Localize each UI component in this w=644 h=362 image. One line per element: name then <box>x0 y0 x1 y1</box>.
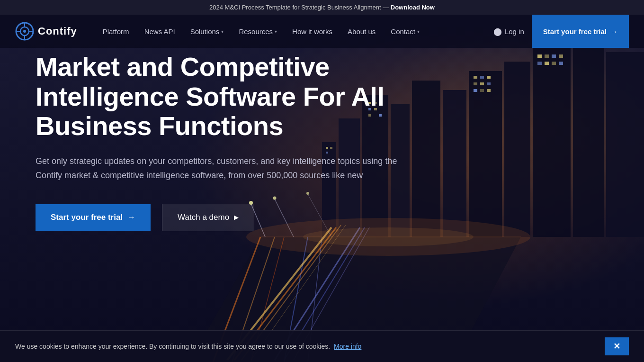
hero-title: Market and Competitive Intelligence Soft… <box>36 52 410 141</box>
start-trial-label: Start your free trial <box>51 213 123 222</box>
cookie-close-button[interactable]: ✕ <box>605 337 629 355</box>
hero-buttons: Start your free trial → Watch a demo ▶ <box>36 204 608 231</box>
hero-content: Market and Competitive Intelligence Soft… <box>0 52 644 231</box>
announcement-bar: 2024 M&CI Process Template for Strategic… <box>0 0 644 15</box>
nav-item-aboutus[interactable]: About us <box>341 24 382 39</box>
nav-item-aboutus-label: About us <box>348 27 376 36</box>
nav-item-newsapi-label: News API <box>144 27 175 36</box>
start-trial-button[interactable]: Start your free trial → <box>36 204 151 231</box>
navbar: Contify Platform News API Solutions ▾ Re… <box>0 15 644 48</box>
logo-link[interactable]: Contify <box>15 22 77 41</box>
login-icon: ⬤ <box>493 27 502 36</box>
cookie-close-icon: ✕ <box>613 341 620 352</box>
hero-subtitle: Get only strategic updates on your compe… <box>36 154 400 182</box>
logo-text: Contify <box>38 25 77 37</box>
nav-item-resources-label: Resources <box>239 27 273 36</box>
nav-right: ⬤ Log in Start your free trial → <box>493 15 629 48</box>
cookie-text: We use cookies to enhance your experienc… <box>15 343 593 350</box>
nav-cta-label: Start your free trial <box>543 27 607 36</box>
nav-item-howitworks-label: How it works <box>292 27 332 36</box>
nav-cta-arrow-icon: → <box>610 27 617 36</box>
nav-item-contact[interactable]: Contact ▾ <box>384 24 426 39</box>
announcement-text: 2024 M&CI Process Template for Strategic… <box>209 4 435 11</box>
watch-demo-label: Watch a demo <box>178 213 229 222</box>
watch-demo-button[interactable]: Watch a demo ▶ <box>162 204 254 231</box>
login-button[interactable]: ⬤ Log in <box>493 27 524 36</box>
nav-cta-button[interactable]: Start your free trial → <box>532 15 629 48</box>
cookie-banner: We use cookies to enhance your experienc… <box>0 330 644 362</box>
cookie-more-info-link[interactable]: More info <box>334 343 361 350</box>
announcement-prefix: 2024 M&CI Process Template for Strategic… <box>209 4 391 11</box>
start-trial-arrow-icon: → <box>127 213 135 222</box>
nav-item-contact-label: Contact <box>391 27 415 36</box>
nav-item-howitworks[interactable]: How it works <box>286 24 339 39</box>
cookie-message: We use cookies to enhance your experienc… <box>15 343 330 350</box>
logo-icon <box>15 22 34 41</box>
nav-item-solutions-label: Solutions <box>190 27 220 36</box>
nav-item-resources[interactable]: Resources ▾ <box>232 24 284 39</box>
svg-point-64 <box>23 30 26 33</box>
nav-item-newsapi[interactable]: News API <box>138 24 182 39</box>
nav-item-platform[interactable]: Platform <box>96 24 136 39</box>
watch-demo-play-icon: ▶ <box>234 214 239 221</box>
solutions-chevron-icon: ▾ <box>221 29 224 34</box>
nav-item-platform-label: Platform <box>103 27 129 36</box>
login-label: Log in <box>505 27 524 36</box>
contact-chevron-icon: ▾ <box>417 29 420 34</box>
resources-chevron-icon: ▾ <box>275 29 277 34</box>
nav-item-solutions[interactable]: Solutions ▾ <box>184 24 231 39</box>
nav-links: Platform News API Solutions ▾ Resources … <box>96 24 493 39</box>
announcement-link[interactable]: Download Now <box>391 4 435 11</box>
